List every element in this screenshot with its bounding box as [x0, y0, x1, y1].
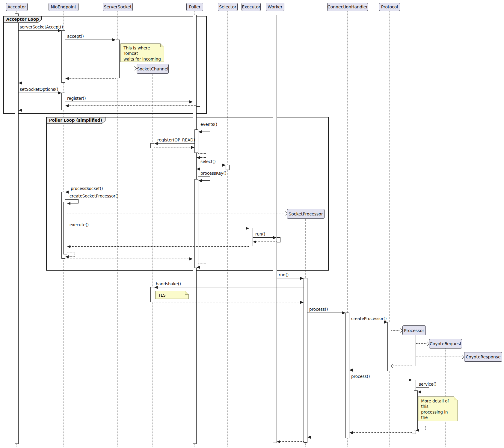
note-more-detail-text: More detail of this processing in the pr…: [418, 397, 458, 421]
lifeline-coyoteresponse: [483, 362, 483, 447]
arrowhead-process-processor: [409, 378, 412, 381]
arrowhead-return-select: [197, 168, 200, 171]
frame-acceptor-loop-label: Acceptor Loop: [4, 16, 41, 23]
arrow-processkey-out: [198, 177, 210, 177]
arrowhead-return-serversocketaccept: [19, 82, 22, 85]
arrowhead-return-process-handler: [307, 436, 311, 439]
arrow-processkey-v: [210, 177, 210, 180]
arrowhead-return-processsocket: [189, 257, 193, 260]
activation-worker-run-target: [277, 237, 280, 242]
activation-nioendpoint-accept: [61, 30, 65, 83]
arrow-return-setsocketoptions: [22, 110, 61, 110]
arrowhead-register: [189, 100, 193, 103]
arrowhead-return-createprocessor: [349, 369, 353, 372]
arrow-service-out: [416, 387, 429, 388]
hook-nioendpoint-v: [75, 253, 75, 257]
participant-protocol: Protocol: [379, 3, 400, 11]
message-label-createprocessor: createProcessor(): [351, 316, 387, 321]
arrow-processsocket: [69, 192, 194, 192]
arrow-createsocketprocessor-back: [70, 203, 79, 203]
arrowhead-return-processor-create: [391, 364, 395, 368]
arrowhead-execute: [246, 227, 249, 230]
message-label-serversocketaccept: serverSocketAccept(): [20, 25, 63, 29]
arrow-return-run-executor: [256, 242, 277, 242]
activation-nioendpoint-setsocketoptions: [61, 93, 65, 110]
arrow-create-socketprocessor: [67, 213, 284, 213]
arrowhead-processkey: [198, 179, 202, 182]
participant-poller: Poller: [186, 3, 203, 11]
message-label-register: register(): [67, 96, 86, 101]
arrow-create-socketchannel: [120, 68, 133, 68]
arrow-handshake: [158, 287, 304, 287]
activation-connectionhandler-process: [345, 313, 349, 438]
hook-events-v: [206, 153, 206, 157]
note-tomcat-waits-text: This is where Tomcat waits for incoming …: [121, 44, 164, 62]
frame-acceptor-loop-tab: Acceptor Loop: [3, 16, 42, 23]
arrowhead-setsocketoptions: [58, 91, 61, 94]
hook-nioendpoint-head: [65, 255, 69, 258]
arrow-accept: [65, 40, 113, 40]
activation-poller-events: [194, 129, 198, 153]
arrow-create-coyoteresponse: [416, 357, 461, 357]
arrow-setsocketoptions: [19, 93, 58, 93]
arrowhead-return-accept: [65, 77, 69, 80]
arrow-return-processsocket: [65, 259, 189, 259]
hook-poller-head: [197, 266, 200, 269]
hook-events-out: [198, 153, 206, 154]
arrow-return-process-processor: [353, 432, 412, 433]
arrow-return-handshake: [154, 302, 301, 302]
arrowhead-processsocket: [65, 191, 69, 194]
arrowhead-run-executor: [273, 236, 277, 239]
lifeline-protocol: [389, 11, 390, 447]
note-fold-icon: [454, 396, 458, 400]
arrow-run-executor: [253, 237, 274, 238]
arrow-return-run-worker: [280, 441, 304, 442]
participant-worker: Worker: [266, 3, 284, 11]
note-tls-handshake: TLS handshake: [155, 291, 189, 299]
arrowhead-register-opread: [154, 142, 158, 145]
hook-events-head: [197, 156, 200, 159]
participant-nioendpoint: NioEndpoint: [49, 3, 79, 11]
activation-poller-processkey: [194, 179, 198, 268]
frame-poller-loop-label: Poller Loop (simplified): [47, 117, 105, 124]
arrowhead-accept: [112, 38, 116, 41]
arrowhead-events: [198, 130, 202, 133]
arrowhead-return-register: [65, 104, 69, 107]
arrow-serversocketaccept: [19, 30, 58, 31]
arrow-events-v: [210, 128, 210, 132]
activation-selector-select: [226, 165, 230, 170]
arrow-return-register: [69, 105, 196, 106]
note-tls-handshake-text: TLS handshake: [156, 291, 188, 299]
note-fold-icon: [185, 291, 189, 295]
activation-poller-register-target: [196, 102, 200, 107]
arrowhead-select: [222, 164, 226, 167]
message-label-process-processor: process(): [351, 374, 370, 379]
created-socketchannel: SocketChannel: [137, 64, 169, 74]
activation-serversocket-accept: [116, 40, 120, 78]
arrow-return-execute: [70, 246, 249, 247]
activation-acceptor: [15, 13, 19, 444]
arrow-return-createprocessor: [353, 370, 387, 370]
activation-executor-execute: [249, 228, 253, 246]
arrowhead-process-handler: [342, 311, 345, 314]
activation-processor-create: [412, 335, 416, 366]
hook-service-head: [416, 429, 419, 432]
arrowhead-run-worker: [300, 277, 304, 280]
arrowhead-create-processor: [399, 328, 403, 333]
activation-socketchannel-register: [150, 143, 154, 148]
created-coyoteresponse: CoyoteResponse: [464, 352, 502, 362]
created-socketprocessor: SocketProcessor: [287, 209, 325, 219]
arrow-return-select: [200, 169, 226, 169]
arrowhead-handshake: [154, 286, 158, 289]
message-label-handshake: handshake(): [156, 281, 181, 286]
arrow-process-processor: [349, 380, 409, 380]
note-tomcat-waits: This is where Tomcat waits for incoming …: [120, 43, 164, 62]
arrow-execute: [67, 228, 246, 228]
arrow-return-accept: [69, 78, 116, 79]
participant-serversocket: ServerSocket: [103, 3, 133, 11]
message-label-processsocket: processSocket(): [71, 186, 103, 191]
hook-service-v: [425, 426, 425, 430]
arrowhead-return-setsocketoptions: [19, 109, 22, 112]
message-label-createsocketprocessor: createSocketProcessor(): [70, 194, 119, 198]
hook-nioendpoint-back: [69, 257, 75, 257]
